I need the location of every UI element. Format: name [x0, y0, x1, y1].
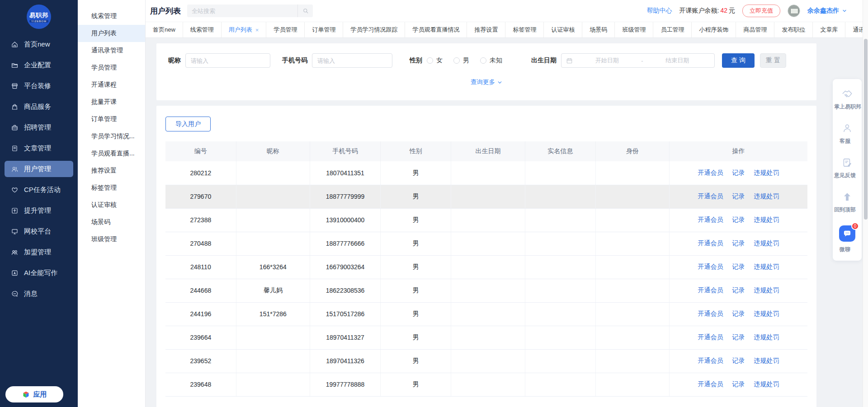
submenu-item[interactable]: 学员学习情况...	[78, 128, 145, 145]
recharge-button[interactable]: 立即充值	[742, 5, 780, 17]
table-row[interactable]: 28021218070411351男开通会员记录违规处罚	[165, 161, 807, 185]
user-menu[interactable]: 余余鑫杰作	[807, 7, 847, 15]
open-member-link[interactable]: 开通会员	[698, 263, 723, 270]
open-member-link[interactable]: 开通会员	[698, 239, 723, 247]
sidebar-item[interactable]: 文章管理	[5, 140, 73, 156]
record-link[interactable]: 记录	[732, 310, 745, 317]
gender-radio-male[interactable]: 男	[453, 56, 469, 65]
help-center-link[interactable]: 帮助中心	[647, 7, 672, 15]
sidebar-item[interactable]: 招聘管理	[5, 119, 73, 136]
open-member-link[interactable]: 开通会员	[698, 216, 723, 223]
tab[interactable]: 文章库	[813, 22, 845, 37]
tab[interactable]: 商品管理	[736, 22, 774, 37]
violation-link[interactable]: 违规处罚	[754, 310, 779, 317]
submenu-item[interactable]: 标签管理	[78, 179, 145, 196]
table-row[interactable]: 27048818877776666男开通会员记录违规处罚	[165, 232, 807, 255]
sidebar-item[interactable]: 平台装修	[5, 78, 73, 94]
submenu-item[interactable]: 批量开课	[78, 94, 145, 111]
record-link[interactable]: 记录	[732, 286, 745, 294]
tab[interactable]: 标签管理	[505, 22, 544, 37]
page-scrollbar[interactable]	[863, 0, 868, 407]
search-button[interactable]: 查 询	[722, 53, 755, 68]
tab[interactable]: 发布职位	[774, 22, 813, 37]
tab[interactable]: 员工管理	[653, 22, 692, 37]
record-link[interactable]: 记录	[732, 192, 745, 200]
open-member-link[interactable]: 开通会员	[698, 333, 723, 341]
open-member-link[interactable]: 开通会员	[698, 310, 723, 317]
violation-link[interactable]: 违规处罚	[754, 333, 779, 341]
record-link[interactable]: 记录	[732, 263, 745, 270]
reset-button[interactable]: 重 置	[760, 53, 786, 68]
violation-link[interactable]: 违规处罚	[754, 357, 779, 364]
violation-link[interactable]: 违规处罚	[754, 239, 779, 247]
search-icon[interactable]	[297, 5, 313, 17]
violation-link[interactable]: 违规处罚	[754, 380, 779, 388]
record-link[interactable]: 记录	[732, 380, 745, 388]
submenu-item[interactable]: 场景码	[78, 214, 145, 231]
open-member-link[interactable]: 开通会员	[698, 357, 723, 364]
gender-radio-unknown[interactable]: 未知	[480, 56, 502, 65]
record-link[interactable]: 记录	[732, 333, 745, 341]
tab[interactable]: 用户列表 ×	[222, 22, 267, 37]
sidebar-item[interactable]: AI全能写作	[5, 265, 73, 281]
tab[interactable]: 线索管理	[183, 22, 222, 37]
date-range-picker[interactable]: 开始日期 - 结束日期	[561, 53, 715, 68]
record-link[interactable]: 记录	[732, 216, 745, 223]
tab[interactable]: 班级管理	[615, 22, 653, 37]
tab[interactable]: 学员管理	[266, 22, 305, 37]
nickname-input[interactable]	[185, 53, 270, 68]
tab[interactable]: 场景码	[582, 22, 615, 37]
violation-link[interactable]: 违规处罚	[754, 286, 779, 294]
float-item[interactable]: 掌上易职邦	[834, 88, 860, 111]
open-member-link[interactable]: 开通会员	[698, 169, 723, 176]
tab[interactable]: 认证审核	[544, 22, 582, 37]
sidebar-item[interactable]: 企业配置	[5, 57, 73, 73]
tab[interactable]: 学员观看直播情况	[405, 22, 467, 37]
submenu-item[interactable]: 开通课程	[78, 76, 145, 94]
submenu-item[interactable]: 认证审核	[78, 196, 145, 214]
chat-icon[interactable]: 0	[839, 225, 855, 242]
scrollbar-thumb[interactable]	[864, 39, 868, 220]
violation-link[interactable]: 违规处罚	[754, 169, 779, 176]
sidebar-item[interactable]: 商品服务	[5, 98, 73, 115]
submenu-item[interactable]: 订单管理	[78, 111, 145, 128]
violation-link[interactable]: 违规处罚	[754, 216, 779, 223]
table-row[interactable]: 23964819977778888男开通会员记录违规处罚	[165, 373, 807, 396]
tab[interactable]: 推荐设置	[467, 22, 505, 37]
table-row[interactable]: 248110166*326416679003264男开通会员记录违规处罚	[165, 255, 807, 279]
tab[interactable]: 首页new	[146, 22, 183, 37]
table-row[interactable]: 27238813910000400男开通会员记录违规处罚	[165, 208, 807, 232]
violation-link[interactable]: 违规处罚	[754, 263, 779, 270]
import-users-button[interactable]: 导入用户	[165, 117, 211, 131]
query-more-link[interactable]: 查询更多	[471, 78, 502, 86]
submenu-item[interactable]: 线索管理	[78, 8, 145, 25]
global-search-input[interactable]	[187, 8, 297, 14]
float-item[interactable]: 回到顶部	[834, 191, 860, 214]
submenu-item[interactable]: 推荐设置	[78, 162, 145, 179]
sidebar-item[interactable]: 首页new	[5, 36, 73, 52]
record-link[interactable]: 记录	[732, 169, 745, 176]
sidebar-item[interactable]: 加盟管理	[5, 244, 73, 260]
table-row[interactable]: 244668馨儿妈18622308536男开通会员记录违规处罚	[165, 279, 807, 302]
record-link[interactable]: 记录	[732, 239, 745, 247]
gender-radio-female[interactable]: 女	[427, 56, 443, 65]
violation-link[interactable]: 违规处罚	[754, 192, 779, 200]
apps-button[interactable]: 应用	[5, 386, 63, 402]
sidebar-item[interactable]: 提升管理	[5, 202, 73, 219]
user-avatar[interactable]	[788, 5, 800, 17]
tab-close-icon[interactable]: ×	[255, 27, 259, 33]
submenu-item[interactable]: 通讯录管理	[78, 42, 145, 59]
sidebar-item[interactable]: 网校平台	[5, 223, 73, 239]
submenu-item[interactable]: 班级管理	[78, 231, 145, 248]
sidebar-item[interactable]: 消息	[5, 285, 73, 302]
float-item[interactable]: 0 微聊	[834, 225, 860, 253]
tab[interactable]: 学员学习情况跟踪	[343, 22, 405, 37]
open-member-link[interactable]: 开通会员	[698, 380, 723, 388]
sidebar-item[interactable]: 用户管理	[5, 161, 73, 177]
submenu-item[interactable]: 学员观看直播...	[78, 145, 145, 162]
open-member-link[interactable]: 开通会员	[698, 286, 723, 294]
table-row[interactable]: 244196151*728615170517286男开通会员记录违规处罚	[165, 302, 807, 326]
float-item[interactable]: 客服	[834, 122, 860, 145]
table-row[interactable]: 23965218970411326男开通会员记录违规处罚	[165, 349, 807, 373]
phone-input[interactable]	[312, 53, 392, 68]
